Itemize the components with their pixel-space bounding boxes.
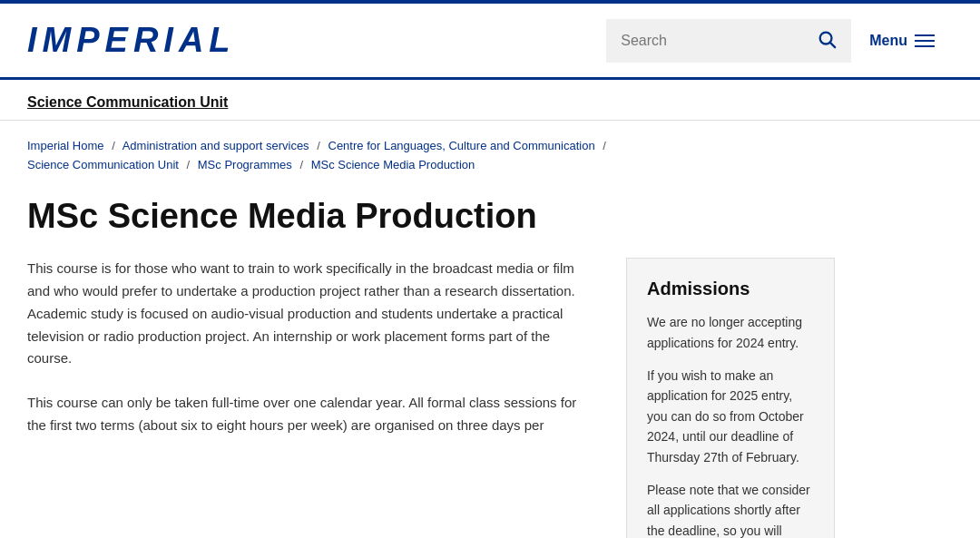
- breadcrumb-link[interactable]: Science Communication Unit: [27, 158, 179, 171]
- breadcrumb-sep: /: [112, 139, 115, 152]
- admissions-text-3: Please note that we consider all applica…: [647, 480, 814, 538]
- content-paragraph-2: This course can only be taken full-time …: [27, 392, 590, 437]
- main-content: This course is for those who want to tra…: [0, 258, 980, 538]
- header-right: Menu: [606, 19, 953, 63]
- search-icon: [817, 29, 837, 49]
- admissions-text-2: If you wish to make an application for 2…: [647, 366, 814, 467]
- breadcrumb-sep: /: [299, 158, 303, 171]
- breadcrumb-sep: /: [603, 139, 606, 152]
- breadcrumb: Imperial Home / Administration and suppo…: [0, 121, 980, 181]
- admissions-text-1: We are no longer accepting applications …: [647, 312, 814, 353]
- search-container: [606, 19, 851, 63]
- page-title: MSc Science Media Production: [0, 181, 980, 259]
- admissions-box: Admissions We are no longer accepting ap…: [626, 258, 835, 538]
- search-input[interactable]: [621, 33, 809, 49]
- sub-header: Science Communication Unit: [0, 80, 980, 121]
- content-paragraph-1: This course is for those who want to tra…: [27, 258, 590, 370]
- breadcrumb-link[interactable]: MSc Science Media Production: [311, 158, 475, 171]
- svg-line-1: [830, 43, 835, 47]
- breadcrumb-sep: /: [317, 139, 320, 152]
- breadcrumb-sep: /: [187, 158, 191, 171]
- breadcrumb-link[interactable]: Centre for Languages, Culture and Commun…: [328, 139, 595, 152]
- breadcrumb-link[interactable]: Administration and support services: [122, 139, 309, 152]
- content-left: This course is for those who want to tra…: [27, 258, 590, 538]
- menu-label: Menu: [869, 33, 907, 49]
- right-column: Admissions We are no longer accepting ap…: [626, 258, 835, 538]
- site-logo: IMPERIAL: [27, 21, 236, 60]
- breadcrumb-link[interactable]: MSc Programmes: [198, 158, 292, 171]
- search-button[interactable]: [809, 29, 837, 52]
- breadcrumb-link[interactable]: Imperial Home: [27, 139, 104, 152]
- admissions-title: Admissions: [647, 279, 814, 299]
- hamburger-icon: [915, 34, 935, 47]
- menu-button[interactable]: Menu: [851, 19, 953, 63]
- sub-header-title: Science Communication Unit: [27, 94, 228, 110]
- site-header: IMPERIAL Menu: [0, 0, 980, 80]
